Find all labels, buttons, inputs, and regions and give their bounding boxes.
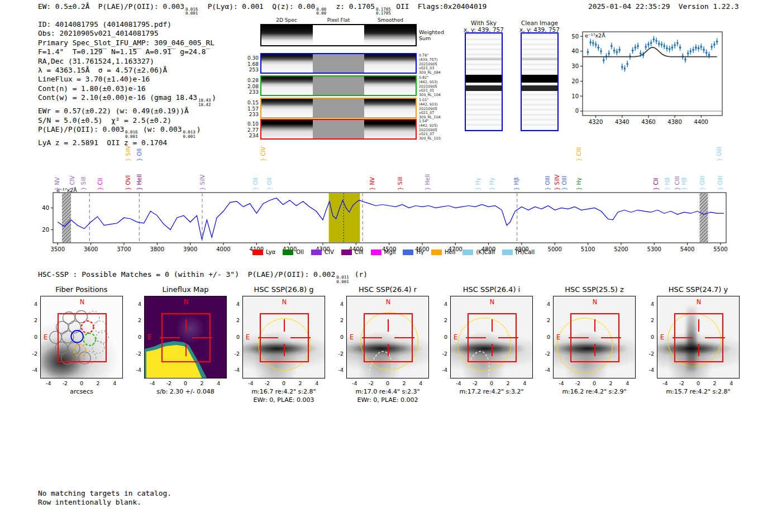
legend-item: HeII [431, 249, 456, 255]
panel-y-tick-label: 4 [131, 301, 141, 307]
x-tick-label: 5300 [647, 246, 661, 252]
spec2d-image [261, 120, 313, 138]
legend-item: CIII [341, 249, 364, 255]
x-tick-label: 3700 [117, 246, 131, 252]
emission-line-label: } OII [266, 178, 273, 190]
sky-panel-title: With Skyx, y: 439, 757 [453, 20, 514, 33]
panel-caption: EWr: 0, PLAE: 0.002 [335, 396, 441, 404]
panel-y-tick-label: 2 [27, 317, 37, 323]
data-point [684, 59, 686, 61]
legend-swatch [252, 250, 263, 255]
emission-line-label: } Hβ [681, 178, 687, 190]
cutout-row-metrics: 0.282.08233 [246, 78, 259, 95]
panel-caption: m:17.2 re:4.2" s:3.2" [438, 388, 545, 395]
data-point [597, 46, 599, 49]
crosshair-right [192, 337, 212, 338]
line-fit-plot: 0102030405043204340436043804400e⁻¹⁷x2Å [557, 27, 732, 127]
panel-x-tick-label: 4 [108, 380, 121, 386]
panel-x-tick-label: 0 [75, 380, 88, 386]
cutout-row-fiber-info: 0.76"(439, 757)20210905v021_03309_RL_084 [419, 54, 445, 75]
panel-image-cutout: NE [553, 296, 636, 378]
crosshair-top [284, 319, 285, 332]
compass-north: N [347, 298, 429, 306]
panel-y-tick-label: 2 [131, 317, 141, 323]
compass-east: E [454, 333, 457, 341]
compass-north: N [554, 298, 636, 306]
emission-line-label: } SiII [397, 176, 403, 190]
data-point [621, 66, 623, 68]
panel-x-tick-label: 4 [414, 380, 427, 386]
panel-x-tick-label: -4 [452, 380, 465, 386]
crosshair-bottom [185, 344, 187, 356]
panel-y-tick-label: -4 [131, 367, 141, 373]
data-point [613, 50, 616, 52]
data-point [687, 52, 689, 55]
crosshair-top [185, 319, 187, 332]
emission-line-label: } CIII [576, 147, 582, 161]
emission-line-label: } CII [97, 178, 103, 190]
data-point [640, 52, 642, 55]
emission-line-label: } CII [653, 178, 659, 190]
panel-y-tick-label: -4 [27, 367, 37, 373]
target-box [58, 313, 107, 363]
data-point [589, 41, 592, 44]
panel-y-tick-label: -2 [230, 351, 240, 357]
x-tick-label: 5100 [581, 246, 595, 252]
info-line: LineFlux = 3.70(±1.40)e-16 [38, 75, 216, 84]
weighted-sum-label: WeightedSum [419, 29, 444, 41]
data-point [652, 38, 655, 40]
info-line: λ = 4363.15Å σ = 4.57(±2.06)Å [38, 66, 216, 75]
crosshair-top [594, 319, 595, 332]
data-point [669, 48, 671, 50]
y-tick-label: 20 [571, 78, 579, 84]
panel-title: Lineflux Map [144, 285, 227, 294]
panel-y-tick-label: 0 [644, 334, 654, 340]
panel-image-cutout: NE [657, 296, 740, 378]
panel-x-tick-label: 2 [398, 380, 411, 386]
info-line: RA,Dec (31.761524,1.163327) [38, 57, 216, 66]
emission-line-label: } SiII [80, 176, 87, 190]
emission-line-label: } OIII [699, 176, 705, 190]
crosshair-right [601, 337, 621, 338]
emission-line-label: } Hγ [489, 178, 495, 190]
legend-item: Lyα [252, 249, 275, 255]
sky-panel-image [521, 32, 559, 131]
legend-label: Lyα [266, 249, 275, 255]
data-point [708, 54, 711, 56]
legend-swatch [341, 250, 352, 255]
sky-panel-image [465, 32, 503, 131]
data-point [637, 45, 639, 47]
emission-line-label: } OIII [545, 176, 551, 190]
info-line: EWr = 0.57(±0.22) (w: 0.49(±0.19))Å [38, 107, 216, 116]
data-point [618, 49, 621, 51]
panel-caption: m:15.7 re:4.2" s:2.8" [645, 388, 751, 395]
emission-line-label: } Hγ [475, 178, 481, 190]
emission-line-label: } SiIV [125, 145, 131, 161]
data-point [634, 46, 636, 49]
footer-line: Row intentionally blank. [38, 498, 171, 507]
panel-y-tick-label: 2 [333, 317, 344, 323]
legend-item: OII [283, 249, 304, 255]
panel-x-tick-label: 2 [92, 380, 104, 386]
x-tick-label: 5200 [614, 246, 628, 252]
x-tick-label: 3500 [51, 246, 65, 252]
data-point [711, 46, 713, 48]
panel-caption: m:17.0 re:4.4" s:2.3" [335, 388, 441, 395]
plot-area [53, 193, 726, 243]
legend-label: Hγ [416, 249, 423, 255]
data-point [616, 51, 618, 53]
panel-y-tick-label: 4 [437, 301, 447, 307]
data-point [624, 68, 626, 70]
panel-x-tick-label: -2 [469, 380, 481, 386]
panel-x-tick-label: 0 [485, 380, 498, 386]
panel-x-tick-label: 2 [294, 380, 307, 386]
panel-x-tick-label: -4 [146, 380, 159, 386]
panel-x-tick-label: 0 [382, 380, 394, 386]
compass-north: N [243, 298, 325, 306]
spec2d-image [261, 54, 313, 73]
emission-line-label: } OIII [561, 176, 568, 190]
data-point [671, 46, 673, 49]
panel-image-cutout: NE [450, 296, 533, 378]
panel-x-tick-label: -4 [555, 380, 568, 386]
compass-east: E [556, 333, 560, 341]
